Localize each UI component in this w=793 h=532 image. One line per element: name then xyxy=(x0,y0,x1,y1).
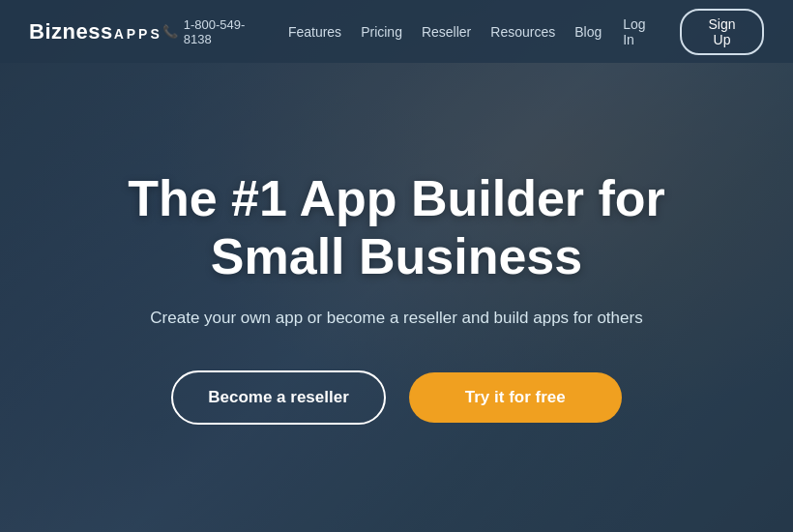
nav-link-reseller[interactable]: Reseller xyxy=(422,24,471,40)
nav-login[interactable]: Log In xyxy=(623,16,659,47)
try-free-button[interactable]: Try it for free xyxy=(409,372,622,423)
hero-buttons: Become a reseller Try it for free xyxy=(171,370,622,425)
become-reseller-button[interactable]: Become a reseller xyxy=(171,370,386,425)
logo-apps: APPS xyxy=(114,26,162,42)
phone-icon: 📞 xyxy=(162,24,178,39)
phone-number: 1-800-549-8138 xyxy=(184,17,267,46)
navbar: Bizness APPS 📞 1-800-549-8138 Features P… xyxy=(0,0,793,63)
hero-content: The #1 App Builder for Small Business Cr… xyxy=(0,63,793,532)
nav-phone: 📞 1-800-549-8138 xyxy=(162,17,267,46)
nav-link-pricing[interactable]: Pricing xyxy=(361,24,402,40)
hero-subtitle: Create your own app or become a reseller… xyxy=(150,309,642,328)
nav-signup-button[interactable]: Sign Up xyxy=(680,9,764,55)
nav-right: 📞 1-800-549-8138 Features Pricing Resell… xyxy=(162,9,764,55)
logo-bizness: Bizness xyxy=(29,19,113,44)
nav-link-features[interactable]: Features xyxy=(288,24,341,40)
hero-title: The #1 App Builder for Small Business xyxy=(58,170,735,286)
nav-link-resources[interactable]: Resources xyxy=(490,24,555,40)
nav-links: Features Pricing Reseller Resources Blog xyxy=(288,24,602,40)
logo[interactable]: Bizness APPS xyxy=(29,19,162,44)
nav-link-blog[interactable]: Blog xyxy=(574,24,602,40)
